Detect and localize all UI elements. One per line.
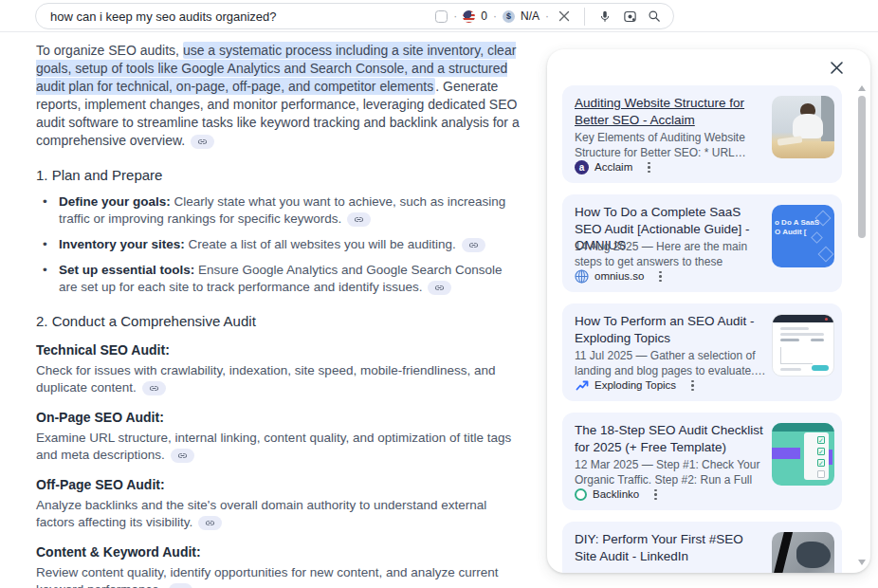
microphone-icon[interactable] xyxy=(595,7,614,26)
citation-chip[interactable] xyxy=(171,449,194,463)
browser-top-bar: how can i keep my seo audits organized? … xyxy=(0,0,878,32)
thumbnail-image[interactable] xyxy=(772,314,834,377)
source-description: 12 Mar 2025 — Step #1: Check Your Organi… xyxy=(575,457,769,488)
list-item: Define your goals: Clearly state what yo… xyxy=(36,193,521,228)
source-attribution-row: Backlinko xyxy=(575,487,659,503)
more-options-icon[interactable] xyxy=(652,487,659,503)
search-pill-controls: · 0 · $ N/A · xyxy=(435,7,664,26)
source-name: omnius.so xyxy=(594,270,644,282)
subsection-text: Check for issues with crawlability, inde… xyxy=(36,362,521,396)
source-description: 11 Jul 2025 — Gather a selection of land… xyxy=(575,348,769,378)
source-attribution-row: omnius.so xyxy=(575,269,664,285)
source-attribution-row: Exploding Topics xyxy=(575,378,696,394)
scrollbar-thumb[interactable] xyxy=(858,96,866,238)
bullet-lead: Define your goals: xyxy=(59,194,171,209)
subsection-heading: Technical SEO Audit: xyxy=(36,342,521,358)
bullet-lead: Set up essential tools: xyxy=(59,263,194,277)
subsection-body: Check for issues with crawlability, inde… xyxy=(36,363,495,395)
subsection-text: Analyze backlinks and the site's overall… xyxy=(36,497,521,531)
source-title-link[interactable]: The 18-Step SEO Audit Checklist for 2025… xyxy=(575,422,766,455)
separator-dot: · xyxy=(545,10,549,22)
dollar-value: N/A xyxy=(521,9,540,23)
panel-scrollbar[interactable] xyxy=(856,85,869,565)
subsection-text: Review content quality, identify opportu… xyxy=(36,564,521,588)
trending-arrow-favicon xyxy=(575,378,589,393)
more-options-icon[interactable] xyxy=(689,378,696,394)
lens-camera-icon[interactable] xyxy=(620,7,639,26)
subsection-heading: Content & Keyword Audit: xyxy=(36,544,521,560)
close-icon[interactable] xyxy=(827,58,846,77)
flag-count-value: 0 xyxy=(481,9,487,23)
subsection-body: Analyze backlinks and the site's overall… xyxy=(36,498,486,529)
separator-dot: · xyxy=(493,10,497,22)
citation-chip[interactable] xyxy=(428,281,451,295)
citation-chip[interactable] xyxy=(462,238,485,252)
search-icon[interactable] xyxy=(645,7,664,26)
bullet-lead: Inventory your sites: xyxy=(59,237,185,251)
clear-icon[interactable] xyxy=(555,7,574,26)
globe-favicon xyxy=(575,269,589,284)
list-item: Set up essential tools: Ensure Google An… xyxy=(36,262,521,296)
source-title-link[interactable]: DIY: Perform Your First #SEO Site Audit … xyxy=(575,531,766,564)
source-card[interactable]: How To Do a Complete SaaS SEO Audit [Act… xyxy=(562,194,842,292)
source-name: Exploding Topics xyxy=(594,379,676,391)
search-query-text: how can i keep my seo audits organized? xyxy=(50,9,276,24)
citation-chip[interactable] xyxy=(198,516,222,530)
answer-intro-paragraph: To organize SEO audits, use a systematic… xyxy=(36,42,521,150)
source-attribution-row: a Acclaim xyxy=(575,160,652,175)
source-card[interactable]: DIY: Perform Your First #SEO Site Audit … xyxy=(562,522,842,573)
source-card[interactable]: Auditing Website Structure for Better SE… xyxy=(562,85,842,183)
backlinko-favicon xyxy=(575,488,587,501)
separator-dot: · xyxy=(453,10,457,22)
subsection-heading: On-Page SEO Audit: xyxy=(36,410,521,425)
bullet-text: Create a list of all websites you will b… xyxy=(189,237,456,251)
section-heading-conduct-audit: 2. Conduct a Comprehensive Audit xyxy=(36,313,521,329)
intro-text: To organize SEO audits, xyxy=(36,43,183,58)
source-title-link[interactable]: How To Perform an SEO Audit - Exploding … xyxy=(575,313,766,346)
source-card[interactable]: How To Perform an SEO Audit - Exploding … xyxy=(562,303,842,401)
citation-chip[interactable] xyxy=(169,583,192,588)
thumbnail-image[interactable] xyxy=(772,532,834,573)
more-options-icon[interactable] xyxy=(646,160,652,175)
thumb-text-line: O Audit [ xyxy=(775,228,806,236)
thumbnail-image[interactable]: ✓ ✓ ✓ ✓ xyxy=(772,423,834,486)
source-name: Backlinko xyxy=(593,488,639,500)
source-card[interactable]: The 18-Step SEO Audit Checklist for 2025… xyxy=(562,413,842,510)
thumbnail-image[interactable]: o Do A SaaS O Audit [ xyxy=(772,205,834,267)
subsection-heading: Off-Page SEO Audit: xyxy=(36,477,521,492)
subsection-text: Examine URL structure, internal linking,… xyxy=(36,430,521,464)
thumb-text-line: o Do A SaaS xyxy=(775,218,819,227)
citation-chip[interactable] xyxy=(191,135,214,149)
ai-answer-column: To organize SEO audits, use a systematic… xyxy=(36,42,521,588)
citation-chip[interactable] xyxy=(347,212,371,227)
extension-checkbox[interactable] xyxy=(435,10,448,23)
list-item: Inventory your sites: Create a list of a… xyxy=(36,236,521,253)
scroll-up-arrow-icon[interactable] xyxy=(858,85,866,91)
source-description: Key Elements of Auditing Website Structu… xyxy=(575,130,769,160)
thumbnail-image[interactable] xyxy=(772,96,834,158)
source-name: Acclaim xyxy=(594,161,632,173)
subsection-body: Review content quality, identify opportu… xyxy=(36,565,499,588)
citation-chip[interactable] xyxy=(142,381,166,395)
acclaim-favicon: a xyxy=(575,160,589,175)
scroll-down-arrow-icon[interactable] xyxy=(858,560,866,565)
source-description: 14 Aug 2025 — Here are the main steps to… xyxy=(575,239,769,270)
us-flag-icon xyxy=(463,10,475,23)
source-cards-list: Auditing Website Structure for Better SE… xyxy=(562,85,842,573)
dollar-icon: $ xyxy=(503,10,515,23)
subsection-body: Examine URL structure, internal linking,… xyxy=(36,431,511,462)
source-title-link[interactable]: Auditing Website Structure for Better SE… xyxy=(575,95,766,128)
divider xyxy=(584,8,585,26)
bullet-list: Define your goals: Clearly state what yo… xyxy=(36,193,521,296)
section-heading-plan-and-prepare: 1. Plan and Prepare xyxy=(36,167,521,183)
search-input[interactable]: how can i keep my seo audits organized? … xyxy=(35,3,674,29)
more-options-icon[interactable] xyxy=(657,269,664,285)
sources-panel: Auditing Website Structure for Better SE… xyxy=(547,49,870,573)
